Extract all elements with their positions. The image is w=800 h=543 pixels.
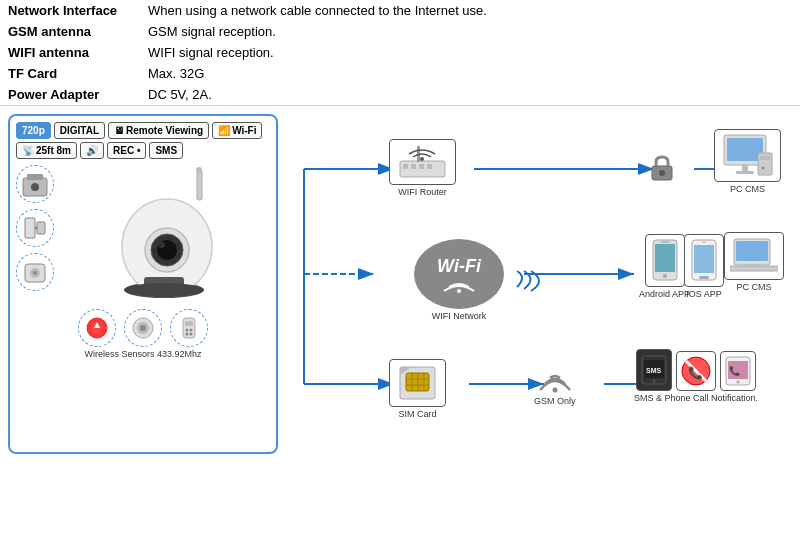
cable-lock-icon: [644, 152, 680, 188]
sms-phone-box: SMS: [636, 349, 672, 391]
spec-row-network: Network Interface When using a network c…: [0, 0, 800, 21]
right-diagram: WIFI Router: [278, 114, 800, 454]
svg-rect-53: [742, 165, 748, 171]
sim-card-label: SIM Card: [398, 409, 436, 419]
monitor-icon: 🖥: [114, 125, 124, 136]
svg-text:📞: 📞: [688, 365, 703, 380]
svg-point-48: [420, 157, 424, 161]
spec-label: Network Interface: [0, 0, 140, 21]
pc-cms-top-node: PC CMS: [714, 129, 781, 194]
badge-audio: 🔊: [80, 142, 104, 159]
sim-card-node: SIM Card: [389, 359, 446, 419]
svg-rect-1: [27, 174, 43, 180]
camera-svg: [89, 165, 239, 305]
bottom-sensors: [16, 309, 270, 347]
gsm-signal-icon: [535, 362, 575, 394]
android-node: Android APP: [639, 234, 690, 299]
sms-label: SMS & Phone Call Notification.: [634, 393, 758, 403]
spec-row-wifi: WIFI antenna WIFI signal reception.: [0, 42, 800, 63]
spec-value: WIFI signal reception.: [140, 42, 800, 63]
badge-digital: DIGITAL: [54, 122, 105, 139]
spec-value: GSM signal reception.: [140, 21, 800, 42]
svg-rect-62: [661, 241, 669, 243]
specs-table: Network Interface When using a network c…: [0, 0, 800, 106]
badge-remote-viewing: 🖥 Remote Viewing: [108, 122, 209, 139]
viber-icon: 📞: [724, 355, 752, 387]
svg-rect-27: [185, 321, 193, 326]
spec-label: TF Card: [0, 63, 140, 84]
gsm-only-label: GSM Only: [534, 396, 576, 406]
svg-rect-3: [25, 218, 35, 238]
svg-text:SMS: SMS: [646, 367, 662, 374]
range-icon: 📡: [22, 145, 34, 156]
svg-rect-72: [406, 373, 429, 391]
svg-rect-9: [197, 170, 202, 200]
gsm-only-node: GSM Only: [534, 362, 576, 406]
svg-point-79: [552, 388, 557, 393]
svg-point-50: [659, 170, 665, 176]
badge-wifi: 📶 Wi-Fi: [212, 122, 262, 139]
diagram-area: 720p DIGITAL 🖥 Remote Viewing 📶 Wi-Fi 📡 …: [0, 114, 800, 454]
router-icon: [395, 143, 450, 181]
laptop-icon: [730, 236, 778, 276]
camera-panel: 720p DIGITAL 🖥 Remote Viewing 📶 Wi-Fi 📡 …: [8, 114, 278, 454]
spec-value: When using a network cable connected to …: [140, 0, 800, 21]
spec-value: Max. 32G: [140, 63, 800, 84]
spec-row-tfcard: TF Card Max. 32G: [0, 63, 800, 84]
sensor-remote: [170, 309, 208, 347]
sensor-smoke: [124, 309, 162, 347]
camera-body: [58, 165, 270, 305]
pc-cms-mid-label: PC CMS: [736, 282, 771, 292]
svg-rect-46: [427, 164, 432, 169]
svg-point-2: [31, 183, 39, 191]
svg-point-57: [762, 167, 765, 170]
viber-box: 📞: [720, 351, 756, 391]
pc-icon-top: [720, 133, 775, 178]
spec-value: DC 5V, 2A.: [140, 84, 800, 106]
spec-label: WIFI antenna: [0, 42, 140, 63]
svg-rect-68: [736, 241, 768, 261]
wifi-network-node: Wi-Fi WIFI Network: [414, 239, 504, 321]
spec-label: Power Adapter: [0, 84, 140, 106]
no-call-icon: 📞: [680, 355, 712, 387]
svg-point-8: [33, 271, 37, 275]
svg-rect-43: [403, 164, 408, 169]
no-call-box: 📞: [676, 351, 716, 391]
ios-label: IOS APP: [686, 289, 722, 299]
svg-point-31: [190, 333, 193, 336]
svg-rect-70: [744, 265, 764, 267]
svg-point-30: [186, 333, 189, 336]
badge-sms: SMS: [149, 142, 183, 159]
wifi-router-node: WIFI Router: [389, 139, 456, 197]
svg-point-28: [186, 329, 189, 332]
pc-cms-top-label: PC CMS: [730, 184, 765, 194]
feature-badges: 720p DIGITAL 🖥 Remote Viewing 📶 Wi-Fi 📡 …: [16, 122, 270, 159]
badge-range: 📡 25ft 8m: [16, 142, 77, 159]
svg-point-29: [190, 329, 193, 332]
svg-point-66: [703, 241, 706, 244]
sensor-siren: [78, 309, 116, 347]
svg-point-10: [196, 167, 202, 173]
sms-notification-node: SMS 📞: [634, 349, 758, 403]
spec-label: GSM antenna: [0, 21, 140, 42]
wifi-signal-right-icon: [512, 269, 552, 294]
ios-node: IOS APP: [684, 234, 724, 299]
svg-rect-64: [694, 245, 714, 273]
sensor-gas: [16, 253, 54, 291]
spec-row-gsm: GSM antenna GSM signal reception.: [0, 21, 800, 42]
android-label: Android APP: [639, 289, 690, 299]
ios-box: [684, 234, 724, 287]
svg-point-17: [159, 242, 165, 248]
pc-cms-mid-node: PC CMS: [724, 232, 784, 292]
sensor-label: Wireless Sensors 433.92Mhz: [16, 349, 270, 359]
svg-rect-45: [419, 164, 424, 169]
badge-720p: 720p: [16, 122, 51, 139]
svg-rect-4: [37, 222, 45, 234]
svg-text:📞: 📞: [729, 365, 741, 377]
svg-rect-44: [411, 164, 416, 169]
wifi-network-circle: Wi-Fi: [414, 239, 504, 309]
svg-rect-65: [699, 276, 709, 279]
svg-point-83: [653, 380, 656, 383]
svg-point-25: [140, 325, 146, 331]
badge-rec: REC •: [107, 142, 146, 159]
